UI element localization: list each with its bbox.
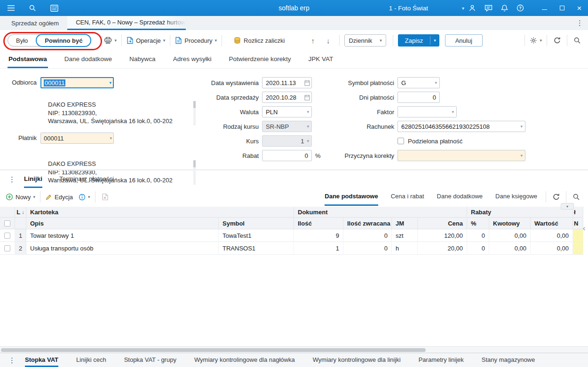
tab-stopka-vat-grupy[interactable]: Stopka VAT - grupy xyxy=(124,353,176,367)
grid-search-icon[interactable] xyxy=(571,192,581,202)
procedury-button[interactable]: Procedury ▾ xyxy=(175,37,217,44)
tab-nabywca[interactable]: Nabywca xyxy=(128,51,157,68)
tab-dane-dodatkowe[interactable]: Dane dodatkowe xyxy=(64,51,113,68)
dni-platnosci-field[interactable]: 0 xyxy=(397,92,440,103)
cell-cena[interactable]: 120,00 xyxy=(418,229,467,242)
chat-icon[interactable] xyxy=(480,0,496,16)
column-wartosc[interactable]: Wartość xyxy=(531,218,573,229)
calendar-icon[interactable] xyxy=(304,94,310,101)
cell-ilosc-zwracana[interactable]: 0 xyxy=(343,242,392,255)
tab-dane-dodatkowe-grid[interactable]: Dane dodatkowe xyxy=(437,188,483,206)
refresh-icon[interactable] xyxy=(552,35,562,46)
anuluj-button[interactable]: Anuluj xyxy=(445,34,483,47)
tab-wymiary-linijki[interactable]: Wymiary kontrolingowe dla linijki xyxy=(313,353,401,367)
scrollbar-thumb[interactable] xyxy=(1,348,426,352)
column-l-sort[interactable]: L↓ xyxy=(15,207,26,218)
odbiorca-combo[interactable]: 000011▾ xyxy=(40,77,114,88)
cell-ilosc-zwracana[interactable]: 0 xyxy=(343,229,392,242)
news-icon[interactable] xyxy=(49,3,59,13)
rabat-field[interactable]: 0 xyxy=(262,150,312,161)
tab-stopka-vat[interactable]: Stopka VAT xyxy=(25,353,58,367)
tab-dane-podstawowe[interactable]: Dane podstawowe xyxy=(325,188,378,206)
rozlicz-zaliczki-button[interactable]: Rozlicz zaliczki xyxy=(233,37,285,44)
column-rabat-pct[interactable]: % xyxy=(467,218,489,229)
zapisz-dropdown[interactable]: ▾ xyxy=(430,34,439,47)
cell-rabat-pct[interactable]: 0 xyxy=(467,242,489,255)
nowy-button[interactable]: Nowy ▾ xyxy=(6,193,35,201)
column-ilosc[interactable]: Ilość xyxy=(294,218,343,229)
tab-jpk-vat[interactable]: JPK VAT xyxy=(307,51,334,68)
maximize-button[interactable] xyxy=(553,0,571,16)
address-scrollbar[interactable] xyxy=(193,101,196,125)
cell-ilosc[interactable]: 1 xyxy=(294,242,343,255)
tab-cena-i-rabat[interactable]: Cena i rabat xyxy=(391,188,424,206)
powinno-byc-button[interactable]: Powinno być xyxy=(36,34,91,47)
cell-opis[interactable]: Towar testowy 1 xyxy=(26,229,219,242)
tab-active-document[interactable]: CEN, FAK, 0 – Nowy – Sprzedaż hurtow xyxy=(67,16,186,30)
tab-potwierdzenie-korekty[interactable]: Potwierdzenie korekty xyxy=(228,51,292,68)
group-dokument[interactable]: Dokument xyxy=(294,207,467,218)
podzielona-platnosc-checkbox[interactable] xyxy=(397,138,404,144)
cell-symbol[interactable]: TowaTest1 xyxy=(219,229,294,242)
table-row[interactable]: 1 Towar testowy 1 TowaTest1 9 0 szt 120,… xyxy=(0,229,583,242)
cell-jm[interactable]: h xyxy=(392,242,418,255)
tab-adres-wysylki[interactable]: Adres wysyłki xyxy=(172,51,213,68)
cell-ilosc[interactable]: 9 xyxy=(294,229,343,242)
help-icon[interactable]: ? xyxy=(512,0,528,16)
tab-linijki-cech[interactable]: Linijki cech xyxy=(76,353,106,367)
cell-jm[interactable]: szt xyxy=(392,229,418,242)
cell-wartosc[interactable]: 0,00 xyxy=(531,229,573,242)
horizontal-scrollbar[interactable] xyxy=(0,346,588,353)
tab-sprzedaz-ogolem[interactable]: Sprzedaż ogółem xyxy=(3,16,67,30)
arrow-up-icon[interactable]: ↑ xyxy=(311,37,315,45)
rachunek-select[interactable]: 62802510463556621930225108 ▾ xyxy=(397,121,525,132)
company-selector[interactable]: 1 - Foto Świat ▾ xyxy=(355,0,467,16)
waluta-select[interactable]: PLN ▾ xyxy=(262,106,312,117)
przyczyna-korekty-select[interactable]: ▾ xyxy=(397,150,525,161)
platnik-combo[interactable]: 000011▾ xyxy=(40,133,114,144)
cell-wartosc[interactable]: 0,00 xyxy=(531,242,573,255)
grid-expand-button[interactable]: ▾ xyxy=(561,203,574,210)
info-button[interactable]: ▾ xyxy=(79,194,90,201)
close-button[interactable]: × xyxy=(571,0,588,16)
column-jm[interactable]: JM xyxy=(392,218,418,229)
scroll-left-icon[interactable]: ‹ xyxy=(583,224,585,233)
group-kartoteka[interactable]: Kartoteka xyxy=(26,207,294,218)
select-all-checkbox[interactable] xyxy=(4,220,10,226)
cell-rabat-pct[interactable]: 0 xyxy=(467,229,489,242)
data-wystawienia-field[interactable]: 2020.11.13 xyxy=(262,77,312,88)
print-button[interactable]: ▾ xyxy=(104,37,117,44)
grid-refresh-icon[interactable] xyxy=(551,192,561,202)
faktor-select[interactable]: ▾ xyxy=(397,106,457,117)
calendar-icon[interactable] xyxy=(304,80,310,86)
tab-terminarz-platnosci[interactable]: Terminarz płatności xyxy=(59,171,114,188)
minimize-button[interactable] xyxy=(536,0,553,16)
bell-icon[interactable] xyxy=(496,0,512,16)
settings-button[interactable]: ▾ xyxy=(530,37,542,44)
tab-stany-magazynowe[interactable]: Stany magazynowe xyxy=(482,353,535,367)
menu-icon[interactable] xyxy=(6,3,16,13)
tab-wymiary-naglowka[interactable]: Wymiary kontrolingowe dla nagłówka xyxy=(194,353,295,367)
arrow-down-icon[interactable]: ↓ xyxy=(326,37,330,45)
column-ilosc-zwracana[interactable]: Ilość zwracana xyxy=(343,218,392,229)
bylo-button[interactable]: Było xyxy=(8,35,36,46)
group-rabaty[interactable]: Rabaty xyxy=(467,207,573,218)
column-cena[interactable]: Cena xyxy=(418,218,467,229)
tab-linijki[interactable]: Linijki xyxy=(24,171,42,188)
tab-parametry-linijek[interactable]: Parametry linijek xyxy=(419,353,464,367)
bottom-more-icon[interactable]: ⋮ xyxy=(0,356,25,365)
symbol-platnosci-select[interactable]: G ▾ xyxy=(397,77,440,88)
search-records-icon[interactable] xyxy=(572,35,582,46)
cell-kwotowy[interactable]: 0,00 xyxy=(489,229,531,242)
tab-podstawowa[interactable]: Podstawowa xyxy=(8,51,48,68)
column-symbol[interactable]: Symbol xyxy=(219,218,294,229)
operacje-button[interactable]: Operacje ▾ xyxy=(127,37,165,44)
edycja-button[interactable]: Edycja xyxy=(45,194,73,201)
cell-cena[interactable]: 20,00 xyxy=(418,242,467,255)
column-kwotowy[interactable]: Kwotowy xyxy=(489,218,531,229)
search-icon[interactable] xyxy=(27,3,38,13)
table-row[interactable]: 2 Usługa transportu osób TRANSOS1 1 0 h … xyxy=(0,242,583,255)
row-checkbox[interactable] xyxy=(4,245,10,251)
detail-more-icon[interactable]: ⋮ xyxy=(0,175,24,184)
cell-symbol[interactable]: TRANSOS1 xyxy=(219,242,294,255)
